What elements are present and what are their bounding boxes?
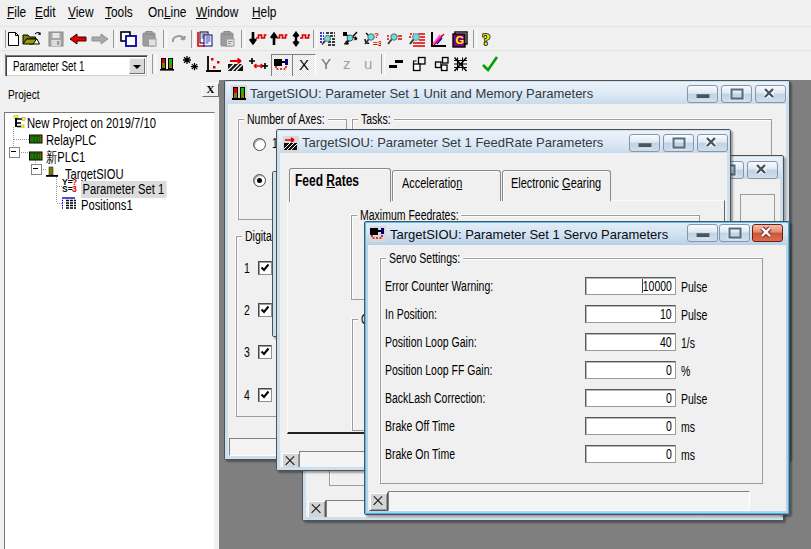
svg-text:=3: =3: [373, 39, 381, 47]
svg-text:?: ?: [482, 30, 491, 48]
svg-text:3: 3: [72, 184, 77, 192]
svg-text:G: G: [456, 34, 465, 46]
